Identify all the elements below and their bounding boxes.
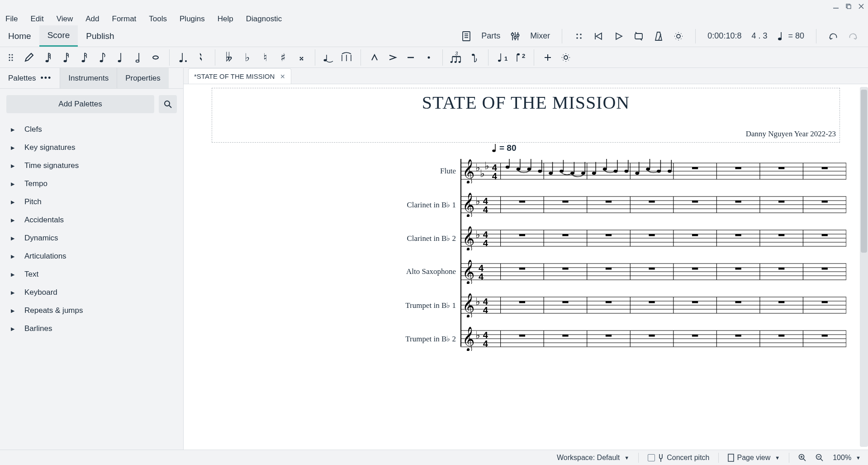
- play-icon[interactable]: [614, 31, 624, 41]
- palette-item[interactable]: ▶Key signatures: [0, 139, 183, 157]
- close-icon[interactable]: ✕: [280, 73, 285, 80]
- note-8th-icon[interactable]: [93, 49, 109, 66]
- maximize-icon[interactable]: [845, 3, 852, 10]
- note-half-icon[interactable]: [129, 49, 146, 66]
- staff-row[interactable]: Trumpet in B♭ 2𝄞♭44: [392, 322, 846, 355]
- pencil-icon[interactable]: [21, 49, 37, 66]
- tie-icon[interactable]: [321, 49, 337, 66]
- palette-item[interactable]: ▶Clefs: [0, 120, 183, 139]
- loop-icon[interactable]: [634, 31, 644, 41]
- natural-icon[interactable]: ♮: [257, 49, 273, 66]
- document-tab[interactable]: *STATE OF THE MISSION ✕: [188, 68, 291, 84]
- tenuto-icon[interactable]: [403, 49, 419, 66]
- scrollbar[interactable]: [860, 87, 868, 447]
- flip-stem-icon[interactable]: [466, 49, 483, 66]
- concert-pitch-toggle[interactable]: Concert pitch: [648, 453, 709, 462]
- composer-text[interactable]: Danny Nguyen Year 2022-23: [216, 129, 836, 139]
- ellipsis-icon[interactable]: •••: [40, 73, 52, 83]
- palette-item[interactable]: ▶Accidentals: [0, 211, 183, 229]
- staff-row[interactable]: Alto Saxophone𝄞44: [392, 255, 846, 288]
- toolbar-settings-icon[interactable]: [558, 49, 574, 66]
- note-whole-icon[interactable]: [147, 49, 164, 66]
- svg-line-272: [803, 459, 806, 461]
- menu-edit[interactable]: Edit: [30, 14, 43, 24]
- palette-item[interactable]: ▶Keyboard: [0, 283, 183, 302]
- tab-home[interactable]: Home: [0, 25, 39, 47]
- side-tab-palettes[interactable]: Palettes •••: [0, 68, 60, 88]
- zoom-level[interactable]: 100%▼: [833, 454, 861, 462]
- parts-button[interactable]: Parts: [481, 31, 500, 41]
- zoom-out-icon[interactable]: [816, 454, 824, 462]
- palette-item[interactable]: ▶Repeats & jumps: [0, 302, 183, 320]
- palette-item[interactable]: ▶Dynamics: [0, 229, 183, 247]
- add-icon[interactable]: [540, 49, 556, 66]
- double-sharp-icon[interactable]: 𝄪: [293, 49, 309, 66]
- menu-add[interactable]: Add: [85, 14, 99, 24]
- tab-publish[interactable]: Publish: [78, 25, 122, 47]
- voice-2-icon[interactable]: 2: [512, 49, 528, 66]
- mixer-icon[interactable]: [510, 31, 520, 41]
- note-quarter-icon[interactable]: [111, 49, 128, 66]
- scrollbar-thumb[interactable]: [861, 90, 867, 253]
- palette-item[interactable]: ▶Text: [0, 265, 183, 283]
- drag-handle-icon[interactable]: [3, 49, 19, 66]
- voice-1-icon[interactable]: 1: [494, 49, 510, 66]
- menu-plugins[interactable]: Plugins: [180, 14, 205, 24]
- menu-tools[interactable]: Tools: [149, 14, 167, 24]
- tempo-marking[interactable]: = 80: [492, 143, 517, 153]
- undo-icon[interactable]: [828, 31, 838, 41]
- palette-item[interactable]: ▶Barlines: [0, 320, 183, 338]
- staccato-icon[interactable]: [421, 49, 437, 66]
- note-16th-icon[interactable]: [75, 49, 91, 66]
- note-32nd-icon[interactable]: [57, 49, 73, 66]
- parts-icon[interactable]: [461, 31, 471, 41]
- sharp-icon[interactable]: ♯: [275, 49, 291, 66]
- title-frame[interactable]: STATE OF THE MISSION Danny Nguyen Year 2…: [212, 88, 840, 143]
- page-view-selector[interactable]: Page view▼: [728, 454, 780, 462]
- staff-row[interactable]: Clarinet in B♭ 1𝄞♭44: [392, 188, 846, 221]
- menu-view[interactable]: View: [57, 14, 73, 24]
- svg-point-27: [9, 54, 10, 55]
- redo-icon[interactable]: [848, 31, 858, 41]
- menu-bar: File Edit View Add Format Tools Plugins …: [0, 13, 868, 25]
- accent-icon[interactable]: [384, 49, 401, 66]
- note-64th-icon[interactable]: [39, 49, 55, 66]
- drag-handle-icon[interactable]: [574, 31, 584, 41]
- minimize-icon[interactable]: [833, 3, 839, 10]
- palette-item[interactable]: ▶Tempo: [0, 175, 183, 193]
- menu-format[interactable]: Format: [112, 14, 137, 24]
- staff-row[interactable]: Trumpet in B♭ 1𝄞♭44: [392, 288, 846, 322]
- menu-file[interactable]: File: [5, 14, 18, 24]
- rest-icon[interactable]: [193, 49, 209, 66]
- staff-row[interactable]: Flute𝄞♭♭♭44: [392, 154, 846, 188]
- tab-score[interactable]: Score: [39, 25, 78, 47]
- palette-item[interactable]: ▶Articulations: [0, 247, 183, 265]
- search-icon[interactable]: [159, 95, 177, 113]
- score-title[interactable]: STATE OF THE MISSION: [216, 92, 836, 113]
- playback-settings-icon[interactable]: [674, 31, 683, 41]
- rewind-icon[interactable]: [594, 31, 604, 41]
- double-flat-icon[interactable]: 𝄫: [221, 49, 237, 66]
- dot-icon[interactable]: [175, 49, 191, 66]
- side-tab-instruments[interactable]: Instruments: [60, 68, 117, 88]
- workspace-selector[interactable]: Workspace: Default▼: [557, 454, 629, 462]
- metronome-icon[interactable]: [654, 31, 664, 41]
- tuning-fork-icon: [658, 453, 664, 462]
- close-icon[interactable]: [858, 3, 864, 10]
- palette-item[interactable]: ▶Pitch: [0, 193, 183, 211]
- svg-point-29: [9, 57, 10, 58]
- tuplet-icon[interactable]: 3: [448, 49, 465, 66]
- staff-row[interactable]: Clarinet in B♭ 2𝄞♭44: [392, 221, 846, 255]
- checkbox-icon[interactable]: [648, 454, 655, 461]
- menu-help[interactable]: Help: [218, 14, 233, 24]
- side-tab-properties[interactable]: Properties: [117, 68, 168, 88]
- mixer-button[interactable]: Mixer: [530, 31, 550, 41]
- score-canvas[interactable]: STATE OF THE MISSION Danny Nguyen Year 2…: [184, 84, 868, 450]
- add-palettes-button[interactable]: Add Palettes: [6, 95, 154, 113]
- slur-icon[interactable]: [339, 49, 355, 66]
- zoom-in-icon[interactable]: [798, 454, 806, 462]
- menu-diagnostic[interactable]: Diagnostic: [246, 14, 282, 24]
- palette-item[interactable]: ▶Time signatures: [0, 157, 183, 175]
- marcato-icon[interactable]: [366, 49, 383, 66]
- flat-icon[interactable]: ♭: [239, 49, 255, 66]
